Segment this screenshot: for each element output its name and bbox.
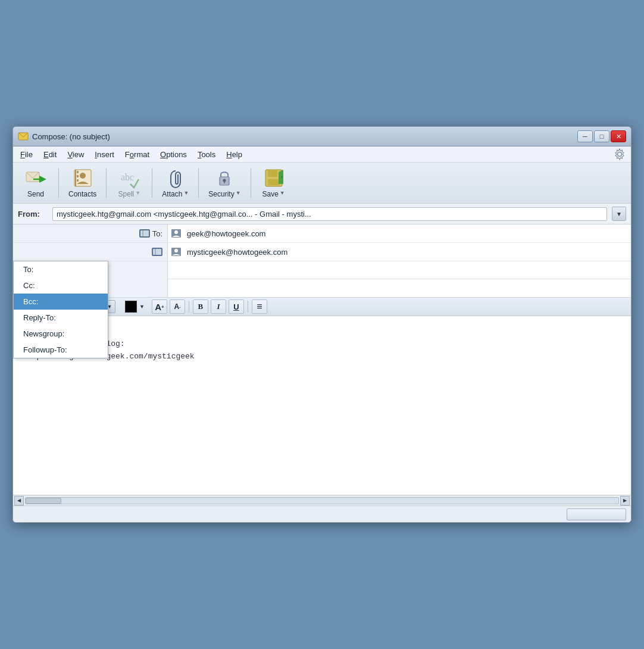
spell-button[interactable]: abc Spell ▼ <box>111 165 147 201</box>
font-grow-button[interactable]: A+ <box>152 299 167 314</box>
svg-rect-8 <box>77 175 79 177</box>
menu-edit[interactable]: Edit <box>39 148 61 161</box>
italic-button[interactable]: I <box>211 299 226 314</box>
svg-rect-23 <box>153 249 161 255</box>
attach-arrow: ▼ <box>183 190 189 196</box>
svg-point-6 <box>80 173 86 179</box>
dropdown-bcc[interactable]: Bcc: <box>14 294 108 310</box>
svg-point-26 <box>174 249 178 252</box>
status-bar <box>13 506 631 522</box>
security-label: Security <box>208 190 234 198</box>
svg-text:abc: abc <box>121 172 134 182</box>
to-label: To: <box>152 229 162 238</box>
address-section: To: geek@howtogeek.com <box>13 224 631 298</box>
main-toolbar: Send Contacts a <box>13 163 631 204</box>
svg-rect-7 <box>77 171 79 173</box>
gear-icon <box>613 148 626 161</box>
menu-tools[interactable]: Tools <box>193 148 220 161</box>
toolbar-separator-3 <box>152 168 152 198</box>
to-input[interactable]: geek@howtogeek.com <box>182 227 631 241</box>
svg-marker-3 <box>39 176 46 183</box>
underline-button[interactable]: U <box>229 299 244 314</box>
scroll-left-arrow[interactable]: ◀ <box>14 496 24 506</box>
body-line4: http://blogs.howtogeek.com/mysticgeek <box>23 351 621 363</box>
save-label: Save <box>262 190 278 198</box>
menu-insert[interactable]: Insert <box>90 148 119 161</box>
dropdown-newsgroup[interactable]: Newsgroup: <box>14 326 108 342</box>
svg-rect-15 <box>268 170 277 177</box>
save-arrow: ▼ <box>280 190 285 196</box>
attach-button[interactable]: Attach ▼ <box>157 165 193 201</box>
minimize-button[interactable]: ─ <box>577 130 593 142</box>
contacts-button[interactable]: Contacts <box>64 165 101 201</box>
toolbar-separator-2 <box>106 168 107 198</box>
menu-view[interactable]: View <box>62 148 89 161</box>
scroll-thumb[interactable] <box>26 498 61 504</box>
menu-help[interactable]: Help <box>221 148 247 161</box>
attach-label: Attach <box>162 190 182 198</box>
to-field-button[interactable]: To: <box>13 224 168 242</box>
color-arrow[interactable]: ▼ <box>139 304 145 310</box>
spell-label: Spell <box>118 190 135 198</box>
from-label: From: <box>18 210 48 219</box>
security-icon <box>214 167 235 189</box>
toolbar-separator-5 <box>251 168 251 198</box>
svg-point-22 <box>174 230 178 234</box>
dropdown-to[interactable]: To: <box>14 261 108 277</box>
title-left: Compose: (no subject) <box>18 131 110 142</box>
horizontal-scrollbar[interactable]: ◀ ▶ <box>13 495 631 506</box>
save-button[interactable]: Save ▼ <box>256 165 292 201</box>
menu-file[interactable]: File <box>15 148 37 161</box>
from-email: mysticgeek.htg@gmail.com <mysticgeek.htg… <box>57 210 252 219</box>
bold-button[interactable]: B <box>193 299 208 314</box>
svg-rect-19 <box>140 230 149 236</box>
dropdown-reply-to[interactable]: Reply-To: <box>14 310 108 326</box>
maximize-button[interactable]: □ <box>594 130 609 142</box>
menu-format[interactable]: Format <box>120 148 154 161</box>
from-account: - Gmail - mysti... <box>255 210 311 219</box>
save-icon <box>263 167 285 189</box>
spell-icon: abc <box>118 167 140 189</box>
title-bar: Compose: (no subject) ─ □ ✕ <box>13 127 631 146</box>
body-line2: My Computer Tech Blog: <box>23 338 621 351</box>
send-icon <box>25 167 46 189</box>
from-dropdown-button[interactable]: ▼ <box>612 207 626 221</box>
dropdown-followup-to[interactable]: Followup-To: <box>14 342 108 358</box>
contacts-icon <box>72 167 93 189</box>
svg-point-1 <box>618 152 622 157</box>
person-icon-2 <box>171 248 181 256</box>
scroll-right-arrow[interactable]: ▶ <box>620 496 630 506</box>
list-button[interactable]: ≡ <box>252 299 267 314</box>
contact-book-icon <box>139 229 150 238</box>
scroll-track[interactable] <box>25 497 619 504</box>
second-addr-input[interactable]: mysticgeek@howtogeek.com <box>182 245 631 259</box>
svg-rect-16 <box>268 179 280 185</box>
security-button[interactable]: Security ▼ <box>204 165 245 201</box>
second-field-button[interactable] <box>13 243 168 261</box>
from-row: From: mysticgeek.htg@gmail.com <mysticge… <box>13 204 631 224</box>
svg-rect-9 <box>77 179 79 182</box>
svg-point-12 <box>223 179 226 182</box>
status-button[interactable] <box>567 508 626 520</box>
close-button[interactable]: ✕ <box>611 130 626 142</box>
contacts-label: Contacts <box>68 190 96 198</box>
send-label: Send <box>27 190 44 198</box>
security-arrow: ▼ <box>236 190 241 196</box>
field-dropdown-menu: To: Cc: Bcc: Reply-To: Newsgroup: Follow… <box>13 261 108 358</box>
title-buttons: ─ □ ✕ <box>577 130 626 142</box>
toolbar-separator <box>58 168 59 198</box>
compose-window: Compose: (no subject) ─ □ ✕ File Edit Vi… <box>12 126 632 523</box>
to-row: To: geek@howtogeek.com <box>13 224 631 243</box>
spell-arrow: ▼ <box>135 190 140 196</box>
font-shrink-button[interactable]: A- <box>170 299 185 314</box>
attach-icon <box>165 167 186 189</box>
menu-options[interactable]: Options <box>155 148 192 161</box>
person-icon-1 <box>171 229 181 238</box>
dropdown-cc[interactable]: Cc: <box>14 277 108 294</box>
text-color-box[interactable] <box>125 301 137 313</box>
second-addr-row: mysticgeek@howtogeek.com To: Cc: Bcc: Re… <box>13 243 631 261</box>
window-title: Compose: (no subject) <box>32 132 110 141</box>
toolbar-separator-4 <box>198 168 199 198</box>
contact-book-icon-2 <box>152 248 162 256</box>
send-button[interactable]: Send <box>18 165 54 201</box>
